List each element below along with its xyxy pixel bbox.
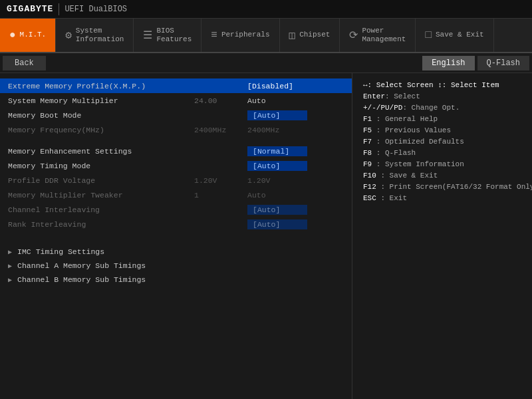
- setting-value-left-tweaker: 1: [194, 191, 247, 200]
- help-change: +/-/PU/PD: Change Opt.: [363, 104, 532, 112]
- mit-icon: ●: [9, 29, 16, 41]
- setting-row-timing-mode[interactable]: Memory Timing Mode [Auto]: [0, 158, 352, 173]
- setting-row-ddr-voltage[interactable]: Profile DDR Voltage 1.20V 1.20V: [0, 173, 352, 188]
- tab-power-management[interactable]: ⟳ PowerManagement: [340, 19, 416, 52]
- setting-row-rank-interleaving[interactable]: Rank Interleaving [Auto]: [0, 217, 352, 231]
- tab-mit-label: M.I.T.: [20, 31, 47, 39]
- tab-chipset-label: Chipset: [299, 31, 330, 39]
- left-panel: Extreme Memory Profile(X.M.P.) [Disabled…: [0, 73, 352, 399]
- setting-value-xmp: [Disabled]: [247, 82, 344, 90]
- back-button[interactable]: Back: [3, 56, 46, 70]
- setting-value-left-multiplier: 24.00: [194, 96, 247, 105]
- setting-label-boot-mode: Memory Boot Mode: [8, 111, 194, 120]
- expand-label-channel-a: Channel A Memory Sub Timings: [17, 261, 146, 270]
- setting-value-left-ddr-voltage: 1.20V: [194, 176, 247, 185]
- tab-system-label: SystemInformation: [76, 27, 124, 44]
- help-f7: F7 : Optimized Defaults: [363, 138, 532, 146]
- setting-value-channel-interleaving: [Auto]: [247, 205, 344, 215]
- right-panel: ↔: Select Screen ↕: Select Item Enter: S…: [352, 73, 532, 399]
- main-content: Extreme Memory Profile(X.M.P.) [Disabled…: [0, 73, 532, 399]
- brand-bar: GIGABYTE UEFI DualBIOS: [0, 0, 532, 19]
- chipset-icon: ◫: [289, 29, 296, 42]
- tab-peripherals[interactable]: ≡ Peripherals: [201, 19, 279, 52]
- help-f9: F9 : System Information: [363, 160, 532, 168]
- peripherals-icon: ≡: [211, 29, 217, 41]
- setting-value-multiplier: Auto: [247, 96, 344, 105]
- setting-label-ddr-voltage: Profile DDR Voltage: [8, 176, 194, 185]
- setting-label-rank-interleaving: Rank Interleaving: [8, 220, 194, 229]
- setting-label-tweaker: Memory Multiplier Tweaker: [8, 191, 194, 200]
- help-f12: F12 : Print Screen(FAT16/32 Format Only): [363, 183, 532, 191]
- setting-label-frequency: Memory Frequency(MHz): [8, 126, 194, 134]
- setting-row-channel-interleaving[interactable]: Channel Interleaving [Auto]: [0, 202, 352, 217]
- help-esc: ESC : Exit: [363, 194, 532, 202]
- tab-bios-features[interactable]: ☰ BIOSFeatures: [134, 19, 201, 52]
- expand-arrow-imc: ▶: [8, 248, 12, 256]
- setting-label-timing-mode: Memory Timing Mode: [8, 162, 194, 170]
- gap3: [0, 238, 352, 245]
- sub-bar: Back English Q-Flash: [0, 53, 532, 73]
- setting-value-left-frequency: 2400MHz: [194, 126, 247, 134]
- brand-divider: [59, 3, 59, 15]
- tab-save-label: Save & Exit: [436, 31, 484, 39]
- setting-row-enhancement[interactable]: Memory Enhancement Settings [Normal]: [0, 144, 352, 158]
- help-select-screen: ↔: Select Screen ↕: Select Item: [363, 81, 532, 89]
- help-f1: F1 : General Help: [363, 115, 532, 123]
- setting-label-xmp: Extreme Memory Profile(X.M.P.): [8, 82, 194, 90]
- tab-save-exit[interactable]: □ Save & Exit: [416, 19, 493, 52]
- bios-icon: ☰: [143, 29, 152, 42]
- system-icon: ⚙: [65, 29, 72, 42]
- tab-peripherals-label: Peripherals: [221, 31, 270, 39]
- help-f8: F8 : Q-Flash: [363, 149, 532, 157]
- setting-row-multiplier[interactable]: System Memory Multiplier 24.00 Auto: [0, 93, 352, 108]
- setting-row-frequency[interactable]: Memory Frequency(MHz) 2400MHz 2400MHz: [0, 122, 352, 137]
- tab-bios-label: BIOSFeatures: [156, 27, 192, 44]
- setting-value-rank-interleaving: [Auto]: [247, 219, 344, 229]
- brand-logo: GIGABYTE: [7, 4, 53, 14]
- expand-label-channel-b: Channel B Memory Sub Timings: [17, 275, 146, 284]
- brand-subtitle: UEFI DualBIOS: [65, 5, 127, 14]
- power-icon: ⟳: [349, 29, 358, 42]
- setting-label-enhancement: Memory Enhancement Settings: [8, 147, 194, 156]
- save-icon: □: [425, 29, 432, 41]
- setting-row-boot-mode[interactable]: Memory Boot Mode [Auto]: [0, 108, 352, 122]
- setting-value-ddr-voltage: 1.20V: [247, 176, 344, 185]
- tab-system-information[interactable]: ⚙ SystemInformation: [56, 19, 134, 52]
- setting-value-boot-mode: [Auto]: [247, 110, 344, 120]
- gap2: [0, 231, 352, 238]
- tab-power-label: PowerManagement: [362, 27, 406, 44]
- language-button[interactable]: English: [422, 56, 474, 70]
- qflash-button[interactable]: Q-Flash: [477, 56, 529, 70]
- setting-value-tweaker: Auto: [247, 191, 344, 200]
- help-f5: F5 : Previous Values: [363, 126, 532, 134]
- setting-row-xmp[interactable]: Extreme Memory Profile(X.M.P.) [Disabled…: [0, 78, 352, 93]
- setting-value-timing-mode: [Auto]: [247, 161, 344, 171]
- gap1: [0, 137, 352, 144]
- setting-row-tweaker[interactable]: Memory Multiplier Tweaker 1 Auto: [0, 188, 352, 202]
- expand-imc-timing[interactable]: ▶ IMC Timing Settings: [0, 245, 352, 259]
- expand-arrow-channel-a: ▶: [8, 262, 12, 270]
- help-enter: Enter: Select: [363, 92, 532, 100]
- tab-chipset[interactable]: ◫ Chipset: [280, 19, 340, 52]
- setting-label-multiplier: System Memory Multiplier: [8, 96, 194, 105]
- setting-label-channel-interleaving: Channel Interleaving: [8, 205, 194, 214]
- nav-tabs: ● M.I.T. ⚙ SystemInformation ☰ BIOSFeatu…: [0, 19, 532, 53]
- help-f10: F10 : Save & Exit: [363, 172, 532, 180]
- expand-channel-b[interactable]: ▶ Channel B Memory Sub Timings: [0, 273, 352, 287]
- setting-value-frequency: 2400MHz: [247, 126, 344, 134]
- expand-channel-a[interactable]: ▶ Channel A Memory Sub Timings: [0, 259, 352, 273]
- tab-mit[interactable]: ● M.I.T.: [0, 19, 56, 52]
- setting-value-enhancement: [Normal]: [247, 146, 344, 156]
- expand-label-imc: IMC Timing Settings: [17, 247, 104, 256]
- expand-arrow-channel-b: ▶: [8, 276, 12, 284]
